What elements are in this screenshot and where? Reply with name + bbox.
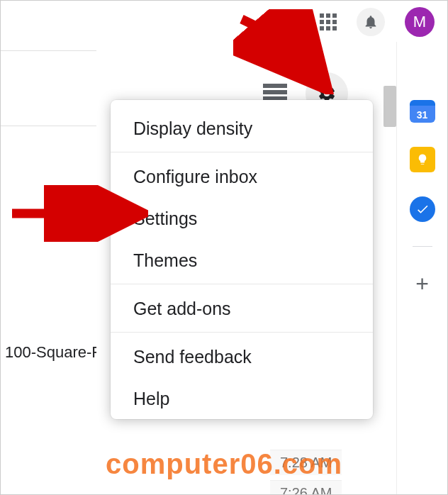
app-header: M: [1, 1, 447, 42]
settings-dropdown-menu: Display density Configure inbox Settings…: [111, 100, 373, 419]
account-avatar[interactable]: M: [405, 7, 435, 37]
menu-item-display-density[interactable]: Display density: [111, 107, 373, 149]
menu-item-help[interactable]: Help: [111, 377, 373, 419]
keep-addon-button[interactable]: [410, 147, 435, 172]
menu-item-configure-inbox[interactable]: Configure inbox: [111, 155, 373, 197]
get-addons-plus-button[interactable]: +: [410, 271, 435, 296]
notifications-button[interactable]: [357, 8, 385, 36]
list-divider: [1, 50, 96, 51]
menu-separator: [111, 284, 373, 284]
list-divider: [1, 126, 96, 126]
watermark-text: computer06.com: [106, 448, 342, 480]
menu-item-settings[interactable]: Settings: [111, 197, 373, 239]
lightbulb-icon: [416, 153, 429, 166]
header-actions: M: [320, 7, 435, 37]
menu-icon[interactable]: [263, 84, 287, 101]
menu-item-get-addons[interactable]: Get add-ons: [111, 287, 373, 329]
check-icon: [415, 202, 430, 216]
menu-item-themes[interactable]: Themes: [111, 239, 373, 281]
google-apps-icon[interactable]: [320, 13, 337, 30]
email-subject-partial[interactable]: 100-Square-F: [1, 339, 96, 366]
menu-separator: [111, 332, 373, 333]
avatar-letter: M: [413, 13, 426, 31]
sidepanel-divider: [413, 246, 432, 247]
tasks-addon-button[interactable]: [410, 196, 435, 222]
bell-icon: [363, 14, 379, 30]
menu-separator: [111, 152, 373, 152]
menu-item-send-feedback[interactable]: Send feedback: [111, 335, 373, 377]
email-time: 7:26 AM: [270, 480, 342, 495]
